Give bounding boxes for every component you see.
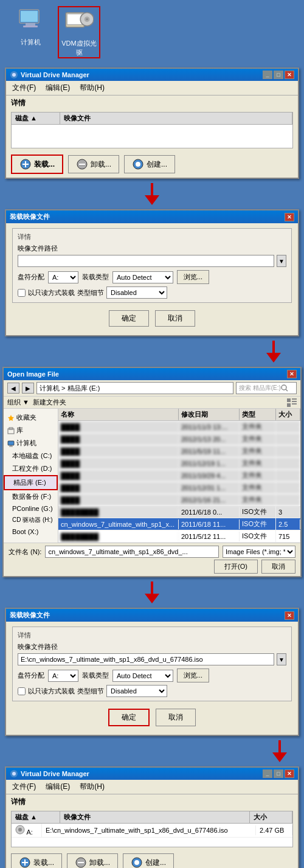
browse-btn-2[interactable]: 浏览... [177,668,209,682]
search-icon [281,384,288,392]
sidebar-h-drive[interactable]: CD 驱动器 (H:) [4,514,58,526]
th-image-2: 映像文件 [60,811,250,823]
mount-btn-2[interactable]: 装载... [11,853,62,868]
sidebar-g-drive[interactable]: PConline (G:) [4,503,58,514]
file-row-0[interactable]: ████ 2011/11/3 13:... 文件夹 [58,421,300,433]
sidebar-c-drive[interactable]: 本地磁盘 (C:) [4,450,58,462]
close-btn-2[interactable]: ✕ [285,769,294,778]
computer-small-icon [7,440,15,447]
path-dropdown-2[interactable]: ▼ [277,653,286,665]
result-image: E:\cn_windows_7_ultimate_with_sp1_x86_dv… [42,825,256,835]
fth-type: 类型 [240,409,276,420]
cancel-btn-1[interactable]: 取消 [155,310,195,327]
sidebar-x-drive[interactable]: Boot (X:) [4,526,58,537]
svg-marker-36 [145,594,159,603]
path-input-1[interactable] [18,255,274,267]
file-row-1[interactable]: ████ 2012/1/13 20... 文件夹 [58,433,300,445]
detail-select-2[interactable]: Disabled [106,685,167,697]
svg-point-8 [86,18,88,20]
filename-input[interactable] [45,546,219,558]
sidebar-f-drive[interactable]: 数据备份 (F:) [4,490,58,503]
ok-btn-1[interactable]: 确定 [109,310,149,327]
svg-point-10 [12,73,16,77]
path-dropdown-1[interactable]: ▼ [277,255,286,267]
create-btn-2[interactable]: 创建... [123,853,174,868]
cancel-btn-2[interactable]: 取消 [156,709,196,726]
sidebar-favorites[interactable]: 收藏夹 [4,411,58,424]
open-btn[interactable]: 打开(O) [214,560,258,574]
close-btn-1[interactable]: ✕ [285,71,294,79]
mount-dialog-titlebar-2: 装载映像文件 ✕ [6,609,298,622]
vdm-titlebar-2: Virtual Drive Manager _ □ ✕ [6,768,298,780]
maximize-btn-2[interactable]: □ [274,769,283,778]
file-row-4[interactable]: ████ 2011/10/29 4... 文件夹 [58,470,300,482]
file-content: 名称 修改日期 类型 大小 ████ 2011/11/3 13:... 文件夹 … [58,409,300,543]
type-label-2: 装载类型 [82,671,109,680]
svg-point-40 [12,772,16,776]
file-dialog-close[interactable]: ✕ [287,370,297,378]
vdm-menubar-2: 文件(F) 编辑(E) 帮助(H) [6,780,298,794]
file-cancel-btn[interactable]: 取消 [261,560,295,574]
minimize-btn-2[interactable]: _ [263,769,272,778]
forward-btn[interactable]: ▶ [22,383,34,394]
sidebar-d-drive[interactable]: 工程文件 (D:) [4,462,58,475]
new-folder-btn[interactable]: 新建文件夹 [33,398,66,407]
drive-select-1[interactable]: A: [48,271,78,283]
sidebar-computer[interactable]: 计算机 [4,437,58,450]
create-btn-1[interactable]: 创建... [124,155,175,173]
type-label-1: 装载类型 [82,273,109,282]
organize-btn[interactable]: 组织 ▼ [7,398,29,407]
search-placeholder: 搜索 精品库(E:) [239,384,281,392]
readonly-label-2: 以只读方式装载 [28,687,75,696]
unmount-btn-1[interactable]: 卸载... [68,155,119,173]
unmount-btn-2[interactable]: 卸载... [67,853,118,868]
detail-select-1[interactable]: Disabled [106,286,167,299]
detail-label-1: 类型细节 [77,288,104,297]
dialog-close-1[interactable]: ✕ [285,213,294,221]
th-size-2: 大小 [250,811,292,823]
drive-select-2[interactable]: A: [48,670,78,682]
file-row-6[interactable]: ████ 2012/1/16 21... 文件夹 [58,494,300,506]
computer-icon[interactable]: 计算机 [9,6,52,58]
back-btn[interactable]: ◀ [7,383,19,394]
type-select-1[interactable]: Auto Detect [112,271,173,283]
vdm-label: VDM虚拟光驱 [59,39,99,57]
filetype-select[interactable]: Image Files (*.img; *.i... [223,546,295,558]
view-icon[interactable] [287,398,297,407]
file-row-8[interactable]: cn_windows_7_ultimate_with_sp1_x... 2011… [58,518,300,530]
menu-help-2[interactable]: 帮助(H) [77,781,107,793]
mount-btn-1[interactable]: 装载... [11,155,63,174]
file-path-input[interactable] [36,382,233,394]
file-row-5[interactable]: ████ 2011/12/31 1... 文件夹 [58,482,300,494]
dialog-section-1: 详情 映像文件路径 ▼ 盘符分配 A: 装载类型 Auto Detect 浏览.… [12,228,292,303]
fth-date: 修改日期 [179,409,240,420]
maximize-btn-1[interactable]: □ [274,71,283,79]
menu-edit-1[interactable]: 编辑(E) [43,82,72,94]
dialog-close-2[interactable]: ✕ [285,611,294,620]
file-row-2[interactable]: ████ 2011/5/19 11... 文件夹 [58,445,300,457]
file-row-9[interactable]: ████████ 2011/5/12 11... ISO文件 715 [58,530,300,543]
vdm-icon[interactable]: VDM虚拟光驱 [58,6,100,58]
sidebar-library[interactable]: 库 [4,424,58,437]
type-select-2[interactable]: Auto Detect [112,670,173,682]
dialog-btn-row-2: 确定 取消 [12,705,292,730]
minimize-btn-1[interactable]: _ [263,71,272,79]
file-row-3[interactable]: ████ 2011/12/19 1... 文件夹 [58,457,300,470]
menu-help-1[interactable]: 帮助(H) [77,82,107,94]
sidebar-e-drive[interactable]: 精品库 (E:) [4,475,58,490]
menu-edit-2[interactable]: 编辑(E) [43,781,72,793]
ok-btn-2[interactable]: 确定 [108,709,150,726]
vdm-btn-row-1: 装载... 卸载... 创建... [6,151,298,178]
drive-label-2: 盘符分配 [18,671,44,680]
file-row-7[interactable]: ████████ 2011/6/18 0... ISO文件 3 [58,506,300,518]
path-input-2[interactable] [18,653,274,665]
readonly-check-2[interactable] [18,687,26,695]
vdm-section-1: 详情 [6,95,298,109]
result-row-0[interactable]: A: E:\cn_windows_7_ultimate_with_sp1_x86… [12,824,292,838]
menu-file-1[interactable]: 文件(F) [10,82,38,94]
browse-btn-1[interactable]: 浏览... [177,270,209,284]
svg-rect-34 [9,446,13,446]
readonly-check-1[interactable] [18,289,26,297]
readonly-row-1: 以只读方式装载 类型细节 Disabled [18,286,286,299]
menu-file-2[interactable]: 文件(F) [10,781,38,793]
